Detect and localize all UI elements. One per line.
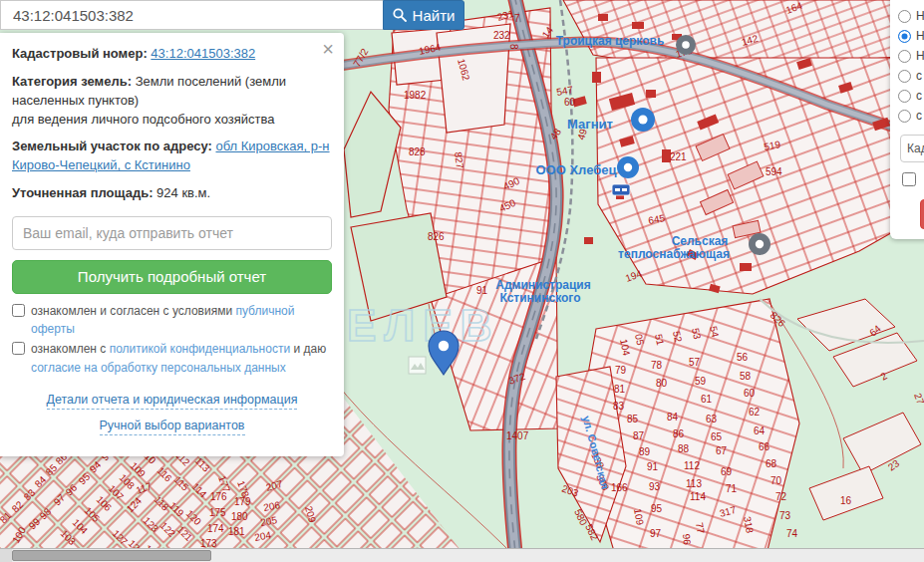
layer-radio-button[interactable] [898, 90, 911, 103]
map-watermark: ЕЛЕВ [347, 301, 499, 350]
layer-radio-button[interactable] [898, 10, 911, 23]
parcel-number-label: 175 [209, 507, 226, 518]
search-bar: Найти [0, 0, 464, 30]
poi-label: теплоснабжающая [618, 247, 730, 261]
image-placeholder [409, 357, 426, 374]
parcel-number-label: 68 [766, 458, 777, 469]
panel-search-button[interactable] [920, 199, 924, 229]
poi-label: ООО Хлебец [535, 162, 616, 177]
layer-radio-button[interactable] [898, 110, 911, 123]
parcel-number-label: 80 [656, 378, 668, 389]
parcel-number-label: 62 [749, 407, 761, 418]
panel-checkbox[interactable] [902, 172, 916, 186]
parcel-number-label: 58 [740, 371, 752, 382]
parcel-number-label: 232 [493, 30, 510, 41]
parcel-number-label: 78 [651, 360, 663, 371]
privacy-policy-link[interactable]: политикой конфиденциальности [110, 342, 290, 356]
search-input[interactable] [0, 0, 383, 30]
search-button-label: Найти [413, 7, 456, 24]
parcel-number-label: 66 [759, 441, 770, 452]
parcel-number-label: 221 [670, 151, 687, 162]
parcel-number-label: 74 [786, 528, 798, 539]
layer-radio-row: Н [898, 26, 924, 46]
parcel-number-label: 88 [678, 443, 690, 454]
parcel-number-label: 181 [228, 526, 245, 537]
parcel-number-label: 71 [726, 483, 738, 494]
poi-label: Троицкая церковь [556, 34, 665, 48]
parcel-number-label: 70 [770, 475, 782, 486]
poi-label: Магнит [567, 117, 613, 132]
parcel-number-label: 67 [716, 445, 728, 456]
close-icon[interactable]: × [322, 39, 334, 59]
personal-data-row: согласие на обработку персональных данны… [31, 360, 332, 377]
area-row: Уточненная площадь: 924 кв.м. [12, 184, 332, 203]
parcel-number-label: 85 [627, 414, 639, 424]
layer-radio-button[interactable] [898, 50, 911, 63]
parcel-number-label: 179 [234, 496, 251, 507]
layer-radio-label: Н [916, 9, 924, 23]
parcel-number-label: 176 [210, 491, 227, 502]
scrollbar-thumb[interactable] [12, 550, 211, 561]
parcel-number-label: 16 [840, 495, 852, 506]
layer-radio-label: с [916, 69, 922, 83]
address-label: Земельный участок по адресу: [12, 139, 212, 153]
parcel-info-panel: × Кадастровый номер: 43:12:041503:382 Ка… [0, 33, 344, 456]
parcel-number-label: 81 [614, 384, 626, 395]
parcel-number-label: 114 [690, 491, 706, 502]
report-details-link[interactable]: Детали отчета и юридическая информация [47, 391, 298, 410]
parcel-number-label: 79 [615, 365, 627, 376]
parcel-number-label: 86 [673, 428, 685, 439]
parcel-number-label: 7 [514, 13, 520, 24]
layer-radio-row: с [898, 86, 924, 106]
poi-label: Сельская [672, 234, 729, 248]
parcel-number-label: 180 [231, 511, 248, 522]
parcel-number-label: 65 [711, 431, 723, 442]
land-category-label: Категория земель: [12, 74, 132, 89]
layer-radio-label: с [916, 89, 922, 103]
parcel-number-label: 113 [686, 478, 702, 489]
privacy-consent-row: ознакомлен с политикой конфиденциальност… [12, 340, 332, 358]
parcel-number-label: 96 [681, 533, 693, 545]
poi-label: Кстининского [500, 291, 581, 305]
layer-radio-row: Н [898, 46, 924, 66]
parcel-number-label: 828 [409, 146, 426, 157]
layer-radio-button[interactable] [898, 30, 911, 43]
parcel-number-label: 91 [647, 461, 659, 472]
search-button[interactable]: Найти [383, 0, 464, 30]
personal-data-link[interactable]: согласие на обработку персональных данны… [31, 361, 286, 375]
parcel-number-label: 8 [508, 44, 519, 50]
area-value: 924 кв.м. [156, 185, 210, 200]
layer-radio-button[interactable] [898, 70, 911, 83]
cadastral-number-link[interactable]: 43:12:041503:382 [151, 46, 255, 61]
parcel-number-label: 73 [779, 510, 791, 521]
parcel-number-label: 166 [611, 482, 628, 493]
layer-radio-list: НННссс [898, 6, 924, 126]
email-input[interactable] [12, 216, 332, 250]
parcel-number-label: 57 [689, 357, 701, 368]
cadastral-number-row: Кадастровый номер: 43:12:041503:382 [12, 45, 332, 64]
panel-links: Детали отчета и юридическая информация Р… [12, 391, 332, 442]
area-label: Уточненная площадь: [12, 185, 153, 200]
parcel-number-label: 93 [649, 481, 661, 492]
layer-radio-row: с [898, 106, 924, 126]
manual-selection-link[interactable]: Ручной выбор вариантов [100, 417, 245, 435]
get-report-button[interactable]: Получить подробный отчет [12, 260, 332, 294]
layer-radio-row: Н [898, 6, 924, 26]
poi-label: Администрация [495, 278, 590, 292]
search-icon [393, 8, 407, 22]
cadastral-search-input[interactable] [900, 135, 924, 162]
parcel-number-label: 112 [684, 460, 700, 471]
offer-consent-checkbox[interactable] [12, 304, 25, 317]
parcel-number-label: 61 [701, 394, 713, 405]
parcel-number-label: 63 [706, 414, 718, 424]
scrollbar-edge [0, 549, 12, 562]
layer-radio-row: с [898, 66, 924, 86]
parcel-number-label: 95 [651, 503, 663, 514]
poi-marker-dot [638, 115, 647, 124]
layer-radio-label: Н [916, 49, 924, 63]
privacy-consent-text: ознакомлен с политикой конфиденциальност… [31, 340, 326, 358]
poi-marker-dot [756, 240, 764, 248]
parcel-number-label: 97 [650, 528, 662, 539]
privacy-consent-checkbox[interactable] [12, 342, 25, 355]
parcel-number-label: 60 [744, 388, 756, 399]
